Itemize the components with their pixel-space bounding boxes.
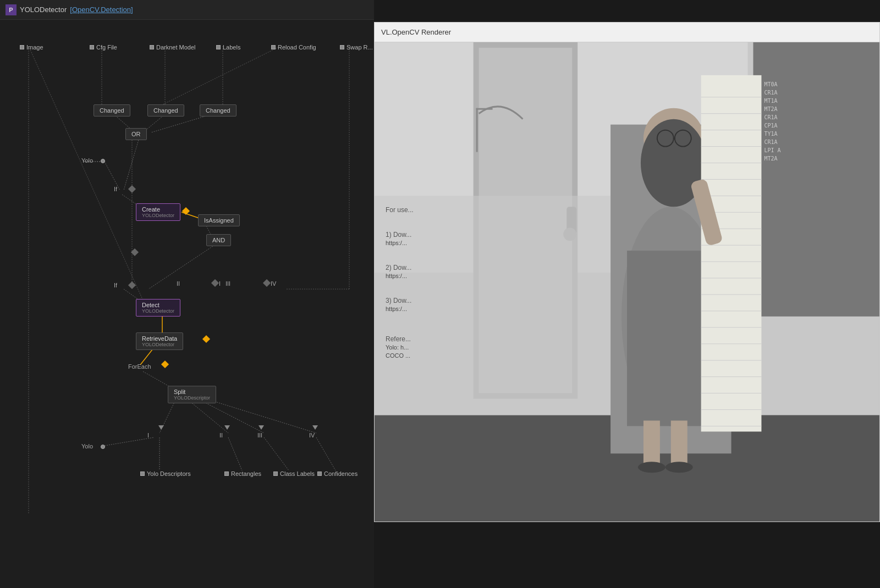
patch-link[interactable]: [OpenCV.Detection] — [70, 5, 133, 14]
split-node[interactable]: Split YOLODescriptor — [168, 386, 216, 403]
confidences-label: Confidences — [324, 470, 358, 477]
retrieve-output-diamond — [202, 335, 210, 343]
if-top-diamond — [128, 185, 136, 193]
changed-node-3[interactable]: Changed — [200, 104, 237, 117]
svg-line-22 — [198, 399, 264, 433]
retrieve-sublabel: YOLODetector — [142, 342, 177, 347]
svg-text:COCO ...: COCO ... — [386, 352, 410, 359]
mid-diamond-1 — [131, 248, 139, 256]
roman-iv-diamond — [263, 279, 271, 287]
split-out-1-tri — [158, 425, 164, 430]
svg-line-11 — [105, 162, 120, 190]
renderer-titlebar: VL.OpenCV Renderer — [375, 23, 879, 42]
class-labels-label: Class Labels — [280, 470, 315, 477]
image-connector — [20, 45, 24, 49]
swap-label: Swap R... — [346, 44, 373, 51]
swap-connector — [340, 45, 344, 49]
reload-label: Reload Config — [278, 44, 316, 51]
labels-connector — [216, 45, 221, 49]
split-out-3-tri — [258, 425, 264, 430]
renderer-title: VL.OpenCV Renderer — [381, 28, 451, 36]
detect-label: Detect — [142, 302, 174, 308]
roman-i-top: I — [219, 280, 221, 287]
is-assigned-node[interactable]: IsAssigned — [198, 214, 240, 226]
create-node[interactable]: Create YOLODetector — [136, 203, 180, 221]
patch-title: YOLODetector — [20, 5, 67, 14]
svg-line-9 — [151, 114, 212, 132]
renderer-image: MT0A CR1A MT1A MT2A CR1A CP1A TY1A CR1A … — [375, 42, 879, 522]
svg-text:https:/...: https:/... — [386, 240, 407, 246]
or-node[interactable]: OR — [125, 128, 147, 140]
yolo-circle-top — [101, 159, 105, 163]
and-node[interactable]: AND — [206, 234, 231, 246]
output-yolo-descriptors: Yolo Descriptors — [140, 470, 191, 477]
changed-node-1[interactable]: Changed — [94, 104, 130, 117]
svg-line-28 — [105, 437, 154, 446]
output-confidences: Confidences — [317, 470, 358, 477]
svg-line-15 — [148, 245, 215, 289]
renderer-panel: VL.OpenCV Renderer MT0A CR1A MT1A MT2A C… — [374, 22, 880, 522]
roman-ii-bottom: II — [219, 432, 223, 439]
cfg-connector — [90, 45, 94, 49]
svg-line-30 — [29, 46, 144, 303]
roman-i-bottom: I — [147, 432, 149, 439]
for-each-label: ForEach — [128, 363, 151, 370]
yolo-circle-bottom — [101, 445, 105, 449]
detect-node[interactable]: Detect YOLODetector — [136, 299, 180, 317]
confidences-connector — [317, 471, 322, 476]
svg-text:Refere...: Refere... — [386, 335, 411, 343]
svg-text:3) Dow...: 3) Dow... — [386, 297, 411, 304]
darknet-connector — [150, 45, 154, 49]
rectangles-label: Rectangles — [231, 470, 261, 477]
retrieve-data-node[interactable]: RetrieveData YOLODetector — [136, 332, 183, 350]
svg-line-6 — [154, 46, 280, 109]
create-sublabel: YOLODetector — [142, 213, 174, 218]
patch-badge: P — [6, 4, 16, 15]
split-sublabel: YOLODescriptor — [174, 395, 210, 401]
labels-label: Labels — [223, 44, 240, 51]
svg-text:MT1A: MT1A — [764, 98, 777, 104]
node-graph: P YOLODetector [OpenCV.Detection] — [0, 0, 374, 588]
split-out-2-tri — [224, 425, 230, 430]
class-labels-connector — [273, 471, 278, 476]
roman-iii-top: III — [226, 280, 230, 287]
rectangles-connector — [224, 471, 229, 476]
svg-text:1) Dow...: 1) Dow... — [386, 231, 411, 238]
if-bottom-diamond — [128, 281, 136, 289]
svg-text:CR1A: CR1A — [764, 139, 777, 145]
create-label: Create — [142, 206, 174, 213]
output-class-labels: Class Labels — [273, 470, 315, 477]
photo-svg: MT0A CR1A MT1A MT2A CR1A CP1A TY1A CR1A … — [375, 42, 879, 522]
detect-sublabel: YOLODetector — [142, 308, 174, 314]
yolo-label-bottom: Yolo — [81, 443, 93, 450]
create-output-diamond — [182, 207, 190, 215]
split-label: Split — [174, 389, 210, 395]
roman-iv-bottom: IV — [309, 432, 315, 439]
svg-text:2) Dow...: 2) Dow... — [386, 264, 411, 271]
darknet-label: Darknet Model — [156, 44, 196, 51]
cfg-label: Cfg File — [96, 44, 117, 51]
for-each-diamond — [161, 360, 169, 368]
reload-connector — [271, 45, 276, 49]
output-rectangles: Rectangles — [224, 470, 261, 477]
input-labels: Labels — [216, 44, 240, 51]
svg-line-21 — [187, 399, 228, 433]
input-swap: Swap R... — [340, 44, 373, 51]
changed-node-2[interactable]: Changed — [147, 104, 184, 117]
image-label: Image — [26, 44, 43, 51]
svg-text:CP1A: CP1A — [764, 123, 777, 129]
svg-text:Yolo: h...: Yolo: h... — [386, 344, 409, 351]
connection-lines — [0, 20, 374, 588]
input-reload: Reload Config — [271, 44, 316, 51]
svg-text:https:/...: https:/... — [386, 306, 407, 312]
graph-canvas[interactable]: Image Cfg File Darknet Model Labels Relo… — [0, 20, 374, 588]
yolo-desc-label: Yolo Descriptors — [147, 470, 191, 477]
svg-point-61 — [638, 462, 666, 473]
input-image: Image — [20, 44, 43, 51]
svg-rect-63 — [701, 75, 762, 432]
svg-text:MT2A: MT2A — [764, 156, 777, 162]
roman-ii-top: II — [177, 280, 180, 287]
if-bottom-label: If — [114, 282, 117, 289]
svg-text:https:/...: https:/... — [386, 273, 407, 279]
yolo-desc-connector — [140, 471, 145, 476]
